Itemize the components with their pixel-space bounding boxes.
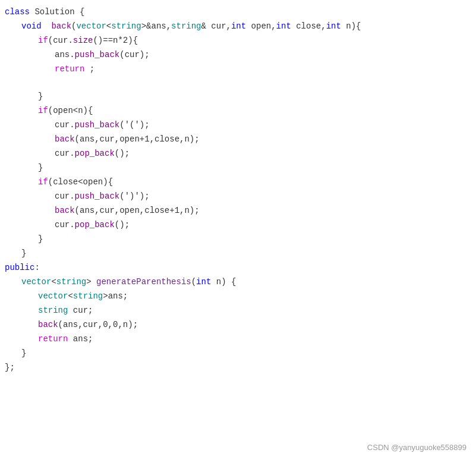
code-line: } — [0, 232, 476, 246]
code-line: cur.push_back(')'); — [0, 189, 476, 203]
token: size — [73, 34, 93, 47]
code-line: back(ans,cur,open,close+1,n); — [0, 203, 476, 218]
code-line: }; — [0, 360, 476, 375]
token: int — [326, 20, 341, 33]
token: cur. — [55, 218, 75, 231]
token: ( — [71, 20, 76, 33]
code-line: back(ans,cur,0,0,n); — [0, 317, 476, 332]
code-line: cur.pop_back(); — [0, 146, 476, 161]
code-line: class Solution { — [0, 5, 476, 19]
token: vector — [38, 290, 68, 303]
token: (close<open){ — [48, 175, 113, 188]
token: back — [55, 133, 75, 146]
token: : — [34, 261, 39, 274]
token: (ans,cur,open+1,close,n); — [75, 133, 200, 146]
token: int — [276, 20, 291, 33]
token: if — [38, 175, 48, 188]
token: } — [38, 90, 43, 103]
token: void — [21, 20, 42, 33]
token: cur. — [55, 147, 75, 160]
token: Solution { — [30, 5, 84, 18]
token: generateParenthesis — [96, 275, 191, 288]
token: < — [68, 290, 72, 303]
token: } — [21, 347, 26, 360]
token: vector — [76, 20, 106, 33]
token: back — [38, 318, 58, 331]
token: back — [55, 204, 75, 217]
token: (cur); — [119, 48, 149, 61]
token: string — [111, 20, 141, 33]
code-line: ans.push_back(cur); — [0, 48, 476, 62]
token: < — [106, 20, 111, 33]
token: if — [38, 104, 48, 117]
token: (ans,cur,0,0,n); — [58, 318, 138, 331]
token: (); — [115, 147, 130, 160]
token: (open<n){ — [48, 104, 93, 117]
token: n) { — [211, 275, 236, 288]
token — [42, 20, 52, 33]
token: n){ — [341, 20, 361, 33]
token: string — [38, 304, 68, 317]
token: return — [38, 332, 68, 345]
token: >&ans, — [141, 20, 171, 33]
token: & cur, — [201, 20, 231, 33]
token: (); — [115, 218, 130, 231]
code-line: back(ans,cur,open+1,close,n); — [0, 132, 476, 146]
token: ('('); — [119, 118, 149, 131]
token: int — [196, 275, 211, 288]
token: }; — [5, 361, 15, 374]
token: return — [55, 62, 84, 76]
token: if — [38, 34, 48, 47]
token: } — [38, 161, 43, 174]
token: close, — [291, 20, 326, 33]
code-line: } — [0, 346, 476, 360]
code-line: return ans; — [0, 332, 476, 346]
token: < — [51, 275, 56, 288]
token: (')'); — [119, 190, 149, 203]
code-line — [0, 76, 476, 89]
token: pop_back — [75, 147, 115, 160]
code-line: string cur; — [0, 303, 476, 317]
token: } — [21, 247, 26, 260]
code-line: if(open<n){ — [0, 103, 476, 118]
watermark: CSDN @yanyuguoke558899 — [367, 443, 466, 452]
token: public — [5, 261, 34, 274]
token: cur. — [55, 190, 75, 203]
token: string — [171, 20, 201, 33]
code-line: } — [0, 246, 476, 260]
token: ans; — [68, 332, 93, 345]
token: (ans,cur,open,close+1,n); — [75, 204, 200, 217]
code-line: vector<string> generateParenthesis(int n… — [0, 275, 476, 289]
code-line: } — [0, 161, 476, 175]
token: cur; — [68, 304, 93, 317]
code-line: void back(vector<string>&ans,string& cur… — [0, 19, 476, 33]
code-line: cur.push_back('('); — [0, 118, 476, 132]
token: ; — [84, 62, 94, 76]
token: cur. — [55, 118, 75, 131]
code-line: } — [0, 89, 476, 103]
code-container: class Solution {void back(vector<string>… — [0, 0, 476, 459]
token: int — [231, 20, 246, 33]
token: back — [51, 20, 71, 33]
token: push_back — [75, 118, 120, 131]
token: > — [86, 275, 96, 288]
token: ( — [191, 275, 196, 288]
token: ()==n*2){ — [93, 34, 138, 47]
token: push_back — [75, 190, 120, 203]
code-line: vector<string>ans; — [0, 289, 476, 303]
token: open, — [246, 20, 276, 33]
code-line: if(cur.size()==n*2){ — [0, 33, 476, 48]
token: ans. — [55, 48, 75, 61]
token: class — [5, 5, 30, 18]
token: string — [73, 290, 103, 303]
code-line: if(close<open){ — [0, 175, 476, 189]
code-line: return ; — [0, 62, 476, 76]
token: pop_back — [75, 218, 115, 231]
token: >ans; — [103, 290, 128, 303]
token: push_back — [75, 48, 120, 61]
code-block: class Solution {void back(vector<string>… — [0, 5, 476, 375]
code-line: cur.pop_back(); — [0, 218, 476, 232]
token: string — [56, 275, 86, 288]
code-line: public: — [0, 260, 476, 275]
token: vector — [21, 275, 51, 288]
